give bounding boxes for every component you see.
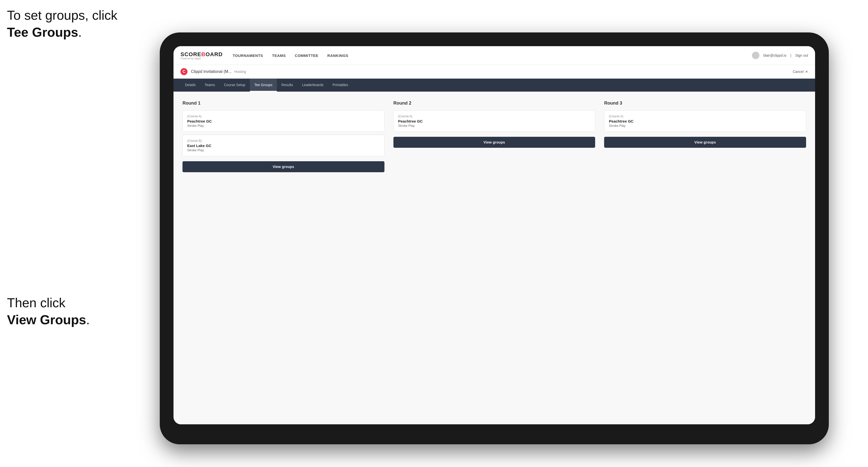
round-1-course-b-card: (Course B) East Lake GC Stroke Play [183,135,384,156]
instruction-top: To set groups, click Tee Groups. [7,7,117,41]
round-2-view-groups-button[interactable]: View groups [394,137,595,148]
round-2-course-a-format: Stroke Play [398,124,591,128]
instruction-bottom: Then click View Groups. [7,294,90,328]
nav-rankings[interactable]: RANKINGS [327,52,348,60]
tab-tee-groups-label: Tee Groups [254,83,272,87]
round-3-course-a-format: Stroke Play [609,124,801,128]
tab-tee-groups[interactable]: Tee Groups [250,79,277,92]
user-avatar [752,52,760,59]
cancel-button[interactable]: Cancel ✕ [793,70,808,74]
tournament-hosting: Hosting [234,70,246,74]
user-email: blair@clippd.io [764,54,786,57]
round-1-course-b-name: East Lake GC [187,144,380,148]
sub-nav: Details Teams Course Setup Tee Groups Re… [174,79,815,92]
top-nav-right: blair@clippd.io | Sign out [752,52,808,59]
nav-separator: | [790,54,792,57]
nav-committee[interactable]: COMMITTEE [295,52,318,60]
round-3-course-a-name: Peachtree GC [609,119,801,123]
round-3-course-a-card: (Course A) Peachtree GC Stroke Play [604,110,806,132]
top-nav-links: TOURNAMENTS TEAMS COMMITTEE RANKINGS [232,52,752,60]
top-nav: SCOREBOARD Powered by clippit TOURNAMENT… [174,46,815,65]
tab-details[interactable]: Details [181,79,200,92]
tablet-device: SCOREBOARD Powered by clippit TOURNAMENT… [160,32,829,444]
tab-teams[interactable]: Teams [200,79,219,92]
sign-out-link[interactable]: Sign out [795,54,808,57]
main-content: Round 1 (Course A) Peachtree GC Stroke P… [174,92,815,424]
logo-text: SCOREBOARD [181,51,223,58]
round-1-course-a-label: (Course A) [187,115,380,118]
tab-results[interactable]: Results [277,79,298,92]
tournament-bar: C Clippd Invitational (M... Hosting Canc… [174,65,815,79]
round-3-section: Round 3 (Course A) Peachtree GC Stroke P… [604,101,806,172]
instruction-top-line2: Tee Groups [7,25,78,39]
round-2-course-a-card: (Course A) Peachtree GC Stroke Play [394,110,595,132]
instruction-bottom-period: . [86,312,90,327]
tab-results-label: Results [281,83,293,87]
tab-printables-label: Printables [333,83,348,87]
instruction-top-line1: To set groups, click [7,8,117,23]
round-2-course-a-name: Peachtree GC [398,119,591,123]
tab-teams-label: Teams [205,83,215,87]
tournament-name: Clippd Invitational (M... Hosting [191,69,793,74]
tournament-logo-letter: C [183,69,185,74]
nav-teams[interactable]: TEAMS [272,52,286,60]
round-3-title: Round 3 [604,101,806,106]
instruction-top-period: . [78,25,82,39]
tab-course-setup-label: Course Setup [224,83,245,87]
logo-area: SCOREBOARD Powered by clippit [181,51,223,60]
round-1-course-b-label: (Course B) [187,139,380,143]
cancel-label: Cancel [793,70,804,74]
tab-printables[interactable]: Printables [328,79,352,92]
round-2-section: Round 2 (Course A) Peachtree GC Stroke P… [394,101,595,172]
round-3-view-groups-button[interactable]: View groups [604,137,806,148]
nav-tournaments[interactable]: TOURNAMENTS [232,52,263,60]
round-2-course-a-label: (Course A) [398,115,591,118]
round-3-course-a-label: (Course A) [609,115,801,118]
tab-course-setup[interactable]: Course Setup [219,79,250,92]
tab-details-label: Details [185,83,196,87]
rounds-grid: Round 1 (Course A) Peachtree GC Stroke P… [183,101,806,172]
tab-leaderboards[interactable]: Leaderboards [298,79,328,92]
round-2-title: Round 2 [394,101,595,106]
round-1-course-a-format: Stroke Play [187,124,380,128]
round-1-course-a-card: (Course A) Peachtree GC Stroke Play [183,110,384,132]
cancel-x-icon: ✕ [805,70,808,74]
tab-leaderboards-label: Leaderboards [302,83,323,87]
tournament-name-text: Clippd Invitational (M... [191,69,232,74]
instruction-bottom-line1: Then click [7,295,65,310]
round-1-view-groups-button[interactable]: View groups [183,161,384,172]
round-1-course-a-name: Peachtree GC [187,119,380,123]
round-1-section: Round 1 (Course A) Peachtree GC Stroke P… [183,101,384,172]
logo-sub: Powered by clippit [181,57,223,60]
round-1-title: Round 1 [183,101,384,106]
instruction-bottom-line2: View Groups [7,312,86,327]
round-1-course-b-format: Stroke Play [187,148,380,152]
logo-accent: B [201,51,206,57]
tablet-screen: SCOREBOARD Powered by clippit TOURNAMENT… [174,46,815,424]
tournament-logo: C [181,68,187,75]
